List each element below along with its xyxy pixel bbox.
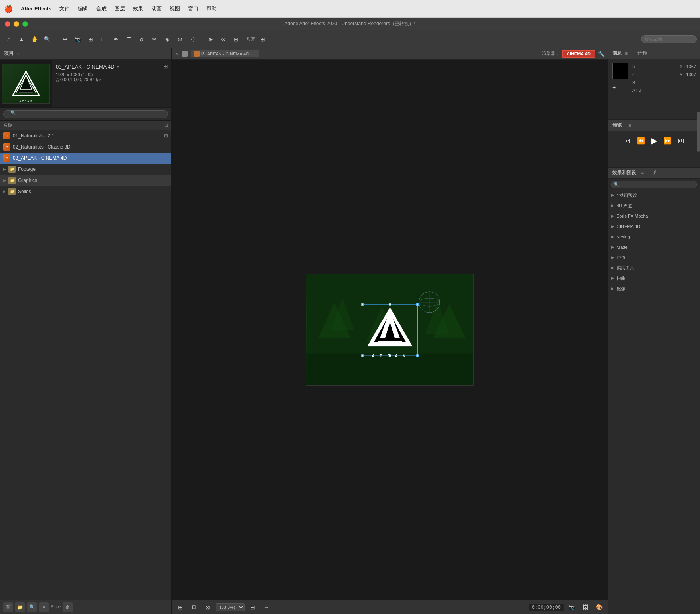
- minimize-button[interactable]: [14, 21, 19, 27]
- effect-arrow-8: ▶: [611, 266, 614, 270]
- effect-keying[interactable]: ▶ Keying: [608, 232, 700, 242]
- close-button[interactable]: [5, 21, 10, 27]
- effect-distort[interactable]: ▶ 扭曲: [608, 273, 700, 283]
- effect-animation-presets[interactable]: ▶ * 动画预设: [608, 190, 700, 200]
- rect-tool[interactable]: □: [98, 34, 109, 45]
- comp-time-display[interactable]: 0;00;00;00: [529, 604, 564, 611]
- renderer-settings-btn[interactable]: 🔧: [598, 51, 605, 57]
- maximize-button[interactable]: [22, 21, 28, 27]
- sort-button[interactable]: ⊞: [164, 123, 168, 128]
- eraser-tool[interactable]: ◈: [162, 34, 173, 45]
- effect-cinema4d[interactable]: ▶ CINEMA 4D: [608, 221, 700, 232]
- fit-btn[interactable]: ⊟: [247, 602, 258, 613]
- y-coord: Y : 1307: [680, 71, 696, 79]
- effect-utility[interactable]: ▶ 实用工具: [608, 263, 700, 273]
- right-panel: 信息 ≡ 音频 + R : G : B : A : 0 X : 1367 Y :…: [608, 48, 700, 614]
- effect-label-4: CINEMA 4D: [617, 224, 640, 229]
- shape-tool[interactable]: ⟨⟩: [187, 34, 198, 45]
- apple-icon[interactable]: 🍎: [4, 4, 13, 13]
- search-wrapper: 🔍: [3, 110, 168, 118]
- clone-tool[interactable]: ✂: [149, 34, 160, 45]
- x-coord: X : 1367: [680, 63, 696, 71]
- folder-footage[interactable]: ▶ 📁 Footage: [0, 164, 171, 175]
- new-comp-btn[interactable]: 🎬: [3, 602, 13, 612]
- handle-tm: [389, 303, 391, 306]
- anchor-tool[interactable]: ⊕: [205, 34, 216, 45]
- menu-window[interactable]: 窗口: [188, 5, 198, 12]
- a-value: A : 0: [632, 87, 641, 95]
- render-btn[interactable]: ⊞: [175, 602, 186, 613]
- comp-item-1[interactable]: C 01_Naturalists - 2D ⊞: [0, 130, 171, 141]
- goto-start-btn[interactable]: ⏮: [624, 137, 631, 144]
- tab1-icon: [194, 51, 200, 57]
- home-tool[interactable]: ⌂: [3, 34, 14, 45]
- pivot-tool[interactable]: ⊗: [218, 34, 229, 45]
- project-menu-btn[interactable]: ≡: [17, 51, 20, 57]
- search-btn[interactable]: 🔍: [27, 602, 37, 612]
- text-tool[interactable]: T: [123, 34, 134, 45]
- close-comp-btn[interactable]: ✕: [175, 51, 179, 57]
- feather-btn[interactable]: ✦: [39, 602, 49, 612]
- comp-item-3[interactable]: C 03_APEAK - CINEMA 4D: [0, 153, 171, 164]
- menu-layer[interactable]: 图层: [115, 5, 125, 12]
- select-tool[interactable]: ▲: [16, 34, 27, 45]
- brush-tool[interactable]: ⌀: [136, 34, 147, 45]
- menu-view[interactable]: 视图: [170, 5, 180, 12]
- transparency-btn[interactable]: ⊠: [202, 602, 213, 613]
- menu-file[interactable]: 文件: [59, 5, 70, 12]
- handle-br: [416, 355, 419, 357]
- comp-tab-1[interactable]: i3_APEAK - CINEMA 4D …: [191, 50, 259, 57]
- info-menu[interactable]: ≡: [625, 51, 628, 56]
- motion-tool[interactable]: ⊞: [257, 34, 268, 45]
- next-frame-btn[interactable]: ⏩: [664, 137, 672, 145]
- region-btn[interactable]: ↔: [261, 602, 272, 613]
- effects-library-tab[interactable]: 库: [653, 170, 658, 176]
- effect-keying2[interactable]: ▶ 抠像: [608, 283, 700, 294]
- sep2: [202, 34, 202, 44]
- new-folder-btn[interactable]: 📁: [15, 602, 25, 612]
- comp-item-2[interactable]: C 02_Naturalists - Classic 3D: [0, 141, 171, 153]
- play-btn[interactable]: ▶: [651, 136, 657, 145]
- help-search-input[interactable]: [641, 35, 697, 43]
- view-btn[interactable]: 🖥: [188, 602, 200, 613]
- cinema4d-renderer-btn[interactable]: CINEMA 4D: [562, 50, 595, 58]
- effect-3d-channel[interactable]: ▶ 3D 声道: [608, 200, 700, 211]
- comp-dropdown-arrow[interactable]: ▾: [117, 65, 119, 69]
- preview-menu[interactable]: ≡: [628, 123, 631, 128]
- folder-solids[interactable]: ▶ 📁 Solids: [0, 186, 171, 197]
- effects-menu[interactable]: ≡: [641, 170, 644, 176]
- effects-search-input[interactable]: [611, 181, 697, 188]
- pan-tool[interactable]: ⊞: [85, 34, 96, 45]
- effect-boris-fx[interactable]: ▶ Boris FX Mocha: [608, 211, 700, 221]
- zoom-tool[interactable]: 🔍: [42, 34, 53, 45]
- network-icon[interactable]: ⊞: [163, 63, 168, 69]
- preview-controls: ⏮ ⏪ ▶ ⏩ ⏭: [608, 131, 700, 150]
- menu-compose[interactable]: 合成: [96, 5, 107, 12]
- color-values: R : G : B : A : 0: [632, 63, 641, 95]
- zoom-select[interactable]: (33.3%): [216, 603, 245, 611]
- menu-help[interactable]: 帮助: [206, 5, 217, 12]
- project-search-input[interactable]: [3, 110, 168, 118]
- goto-end-btn[interactable]: ⏭: [678, 137, 684, 144]
- snapshot-btn[interactable]: 📷: [566, 602, 577, 613]
- effect-matte[interactable]: ▶ Matte: [608, 242, 700, 252]
- align-tool[interactable]: ⊟: [231, 34, 242, 45]
- prev-frame-btn[interactable]: ⏪: [637, 137, 645, 145]
- effect-channel[interactable]: ▶ 声道: [608, 252, 700, 263]
- folder-graphics[interactable]: ▶ 📁 Graphics: [0, 175, 171, 186]
- hand-tool[interactable]: ✋: [29, 34, 40, 45]
- menu-edit[interactable]: 编辑: [78, 5, 88, 12]
- show-snap-btn[interactable]: 🖼: [580, 602, 591, 613]
- delete-btn[interactable]: 🗑: [63, 602, 73, 612]
- comp-item-3-name: 03_APEAK - CINEMA 4D: [13, 155, 67, 161]
- puppet-tool[interactable]: ⊛: [174, 34, 186, 45]
- menu-animation[interactable]: 动画: [151, 5, 162, 12]
- rotate-tool[interactable]: ↩: [59, 34, 71, 45]
- effects-scrollbar[interactable]: [697, 112, 700, 152]
- audio-tab[interactable]: 音频: [637, 50, 647, 57]
- pen-tool[interactable]: ✒: [111, 34, 122, 45]
- color-picker-btn[interactable]: 🎨: [593, 602, 605, 613]
- camera-tool[interactable]: 📷: [72, 34, 83, 45]
- menu-effects[interactable]: 效果: [133, 5, 143, 12]
- menu-after-effects[interactable]: After Effects: [21, 6, 51, 12]
